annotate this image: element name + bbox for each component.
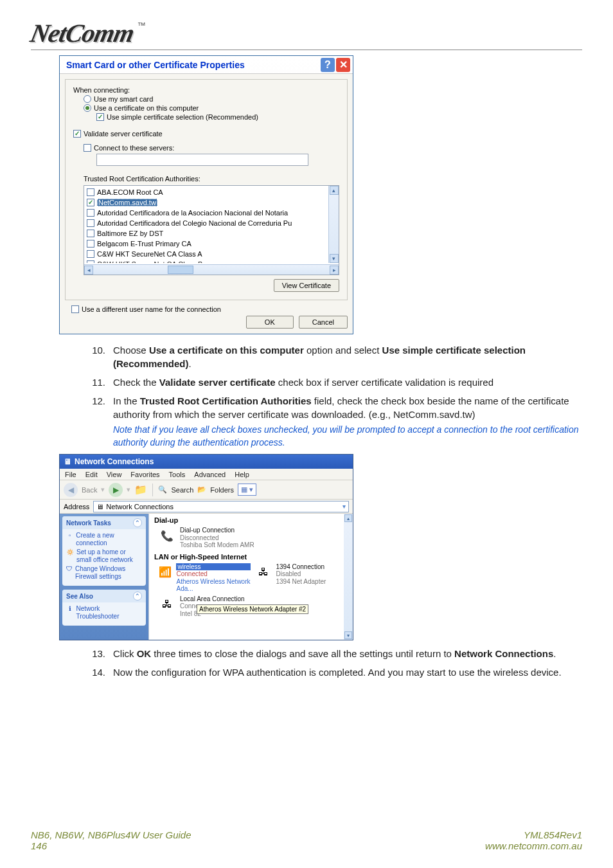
menu-item[interactable]: Favorites [130,471,159,478]
window-titlebar[interactable]: 🖥 Network Connections [60,455,353,469]
header-logo: NetComm ™ [31,18,582,50]
1394-connection[interactable]: 🖧 1394 Connection Disabled 1394 Net Adap… [254,562,351,588]
connect-servers-checkbox[interactable] [84,144,91,152]
ca-label: NetComm.savd.tw [97,199,157,206]
scroll-up-icon[interactable]: ▴ [330,186,339,195]
tooltip: Atheros Wireless Network Adapter #2 [197,604,308,614]
ca-item[interactable]: Belgacom E-Trust Primary CA [87,239,337,249]
task-firewall[interactable]: 🛡Change Windows Firewall settings [66,565,142,581]
back-label: Back [82,486,97,494]
logo-text: NetComm [28,18,137,48]
ca-item[interactable]: ✓NetComm.savd.tw [87,197,337,208]
help-icon[interactable]: ? [321,58,335,72]
search-icon[interactable]: 🔍 [158,485,167,494]
horizontal-scrollbar[interactable]: ◂ ▸ [84,264,339,275]
close-icon[interactable]: ✕ [336,58,350,72]
ca-item[interactable]: Autoridad Certificadora de la Asociacion… [87,208,337,218]
dialup-section: Dial-up [152,515,350,525]
different-username-label: Use a different user name for the connec… [82,305,221,313]
ca-item[interactable]: Baltimore EZ by DST [87,228,337,239]
up-folder-icon[interactable]: 📁 [134,484,147,496]
see-also-panel: See Also ⌃ ℹNetwork Troubleshooter [62,590,146,626]
dialog-title: Smart Card or other Certificate Properti… [66,60,245,70]
footer-page: 146 [31,840,191,851]
search-label: Search [171,486,193,494]
views-button[interactable]: ▦ ▾ [238,484,256,496]
trusted-root-listbox[interactable]: ABA.ECOM Root CA✓NetComm.savd.twAutorida… [84,185,339,275]
scroll-thumb[interactable] [168,266,193,274]
task-setup-network[interactable]: 🔅Set up a home or small office network [66,548,142,564]
ca-item[interactable]: C&W HKT SecureNet CA Class A [87,249,337,259]
page-footer: NB6, NB6W, NB6Plus4W User Guide 146 YML8… [31,829,582,851]
ca-label: C&W HKT SecureNet CA Class B [97,260,202,263]
view-certificate-button[interactable]: View Certificate [274,279,339,292]
menu-item[interactable]: Advanced [194,471,226,478]
instruction-13: 13. Click OK three times to close the di… [85,647,582,660]
collapse-icon[interactable]: ⌃ [133,518,142,527]
ca-item[interactable]: C&W HKT SecureNet CA Class B [87,259,337,263]
different-username-checkbox[interactable] [71,305,79,313]
instruction-10: 10. Choose Use a certificate on this com… [85,343,582,370]
lan-connection[interactable]: 🖧 Local Area Connection Connec Intel 82 … [152,595,350,620]
task-create-connection[interactable]: ▫Create a new connection [66,532,142,547]
connect-servers-input[interactable] [96,154,308,166]
network-tasks-title: Network Tasks [66,520,111,527]
wireless-icon: 📶 [158,563,172,581]
ca-checkbox[interactable] [87,250,94,258]
wireless-connection[interactable]: 📶 wireless Connected Atheros Wireless Ne… [158,562,254,595]
content-scrollbar[interactable]: ▴ ▾ [344,514,353,640]
ca-checkbox[interactable]: ✓ [87,199,94,206]
cancel-button[interactable]: Cancel [299,316,348,329]
ca-label: Baltimore EZ by DST [97,230,163,237]
cert-radio[interactable] [84,104,91,112]
instruction-14: 14. Now the configuration for WPA authen… [85,665,582,679]
window-title: Network Connections [75,457,154,466]
ca-checkbox[interactable] [87,219,94,227]
dialup-connection[interactable]: 📞 Dial-up Connection Disconnected Toshib… [152,525,350,552]
menu-item[interactable]: Help [235,471,249,478]
menu-bar[interactable]: FileEditViewFavoritesToolsAdvancedHelp [60,469,353,480]
lan-icon: 🖧 [158,595,176,613]
scroll-down-icon[interactable]: ▾ [330,254,339,263]
ca-label: Autoridad Certificadora de la Asociacion… [97,209,288,217]
validate-label: Validate server certificate [84,130,163,138]
ca-checkbox[interactable] [87,188,94,196]
footer-guide: NB6, NB6W, NB6Plus4W User Guide [31,829,191,840]
seealso-troubleshooter[interactable]: ℹNetwork Troubleshooter [66,605,142,620]
folders-icon[interactable]: 📂 [197,485,206,494]
ca-checkbox[interactable] [87,209,94,217]
address-dropdown-icon[interactable]: ▾ [342,503,346,510]
network-connections-window: 🖥 Network Connections FileEditViewFavori… [59,454,353,640]
simple-selection-checkbox[interactable]: ✓ [96,113,104,121]
validate-checkbox[interactable]: ✓ [73,130,81,138]
scroll-down-icon[interactable]: ▾ [344,631,352,639]
vertical-scrollbar[interactable]: ▴ ▾ [328,186,339,263]
address-input[interactable]: 🖥 Network Connections ▾ [93,501,349,512]
collapse-icon[interactable]: ⌃ [133,592,142,601]
ca-checkbox[interactable] [87,240,94,248]
menu-item[interactable]: File [65,471,76,478]
ca-item[interactable]: Autoridad Certificadora del Colegio Naci… [87,218,337,228]
menu-item[interactable]: View [107,471,122,478]
scroll-left-icon[interactable]: ◂ [84,266,93,275]
ca-checkbox[interactable] [87,260,94,263]
dialog-titlebar[interactable]: Smart Card or other Certificate Properti… [60,56,353,74]
menu-item[interactable]: Tools [169,471,186,478]
footer-rev: YML854Rev1 [485,829,582,840]
scroll-right-icon[interactable]: ▸ [330,266,339,275]
smartcard-label: Use my smart card [94,95,153,103]
scroll-up-icon[interactable]: ▴ [344,514,352,522]
forward-icon[interactable]: ▶ [109,483,123,497]
address-bar: Address 🖥 Network Connections ▾ [60,500,353,514]
ok-button[interactable]: OK [246,316,294,329]
ca-checkbox[interactable] [87,230,94,237]
dialup-icon: 📞 [158,527,176,545]
back-icon[interactable]: ◀ [64,483,78,497]
smartcard-radio[interactable] [84,95,91,103]
side-pane: Network Tasks ⌃ ▫Create a new connection… [60,514,148,640]
menu-item[interactable]: Edit [85,471,98,478]
1394-icon: 🖧 [254,563,272,581]
ca-item[interactable]: ABA.ECOM Root CA [87,187,337,197]
instruction-11: 11. Check the Validate server certificat… [85,375,582,389]
toolbar: ◀ Back ▾ ▶ ▾ 📁 🔍 Search 📂 Folders ▦ ▾ [60,480,353,500]
